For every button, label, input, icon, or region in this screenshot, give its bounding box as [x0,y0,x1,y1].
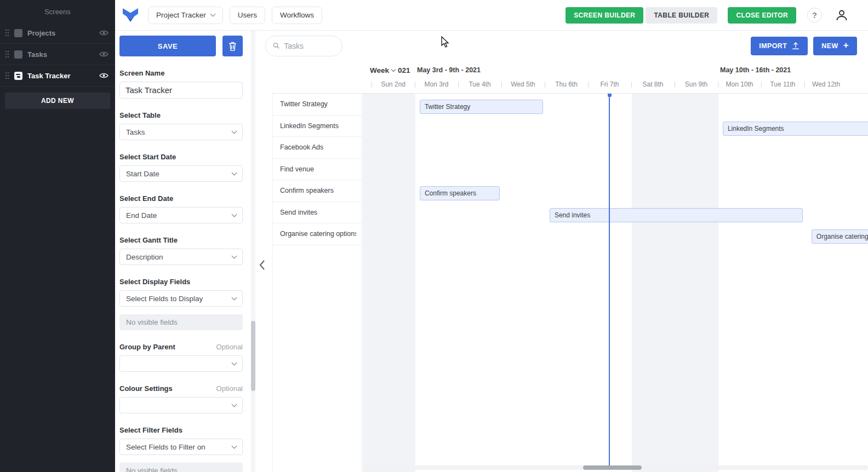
import-label: IMPORT [759,42,787,50]
app-root: Screens Projects [0,0,868,472]
gantt-bar-label: Confirm speakers [425,189,476,197]
screen-type-icon [14,72,22,80]
gantt-canvas: Twitter StrategyLinkedIn SegmentsConfirm… [363,94,868,472]
gantt-task-row[interactable]: Organise catering options [273,223,362,245]
start-date-dropdown[interactable]: Start Date [119,165,243,182]
day-label: Mon 10th [718,78,761,93]
gantt-bar[interactable]: Organise catering options [812,229,868,244]
gantt-task-row[interactable]: Send invites [273,202,362,224]
sidebar-item[interactable]: Tasks [0,44,115,65]
add-new-button[interactable]: ADD NEW [5,93,110,109]
optional-tag: Optional [216,343,243,351]
filter-fields-label: Select Filter Fields [119,427,243,434]
close-editor-button[interactable]: CLOSE EDITOR [728,7,796,24]
day-label: Tue 11th [761,78,804,93]
day-label: Sun 2nd [372,78,415,93]
user-avatar-icon[interactable] [835,9,848,22]
sidebar-item-list: Projects [0,22,115,87]
colour-label-text: Colour Settings [119,385,173,393]
gantt-bar[interactable]: Twitter Strategy [420,100,543,114]
field-gantt-title: Select Gantt Title Description [119,237,243,265]
help-button[interactable]: ? [807,8,822,22]
gantt-chart: Week 021 May 3rd - 9th - 2021May 10th - … [272,61,868,472]
settings-scrollbar[interactable] [251,31,255,472]
group-by-dropdown[interactable] [119,355,243,372]
day-label: Wed 5th [501,78,545,93]
sidebar-item[interactable]: Projects [0,22,115,44]
nav-users[interactable]: Users [230,7,265,24]
new-button[interactable]: NEW + [813,37,857,55]
gantt-task-row[interactable]: Confirm speakers [273,180,362,202]
drag-handle-icon[interactable] [5,72,9,79]
nav-workflows[interactable]: Workflows [272,7,322,24]
upload-icon [792,42,800,50]
eye-icon[interactable] [99,72,108,79]
app-logo-icon[interactable] [122,8,139,22]
sidebar-title: Screens [0,0,115,22]
gantt-title-dropdown[interactable]: Description [119,249,243,265]
end-date-label: Select End Date [119,195,243,203]
chevron-down-icon [232,211,237,217]
search-input[interactable] [284,42,335,50]
gantt-bar-label: Organise catering options [816,233,868,240]
save-button[interactable]: SAVE [119,36,216,56]
collapse-panel-button[interactable] [259,260,266,273]
week-group-label: May 10th - 16th - 2021 [720,66,791,74]
delete-screen-button[interactable] [222,36,243,56]
gantt-bar-label: Twitter Strategy [425,103,470,111]
topbar-right: SCREEN BUILDER TABLE BUILDER CLOSE EDITO… [566,7,848,24]
chevron-down-icon [232,128,237,134]
gantt-title-label: Select Gantt Title [119,237,243,244]
select-table-label: Select Table [119,112,243,119]
field-display-fields: Select Display Fields Select Fields to D… [119,278,243,330]
timeline-zoom-select[interactable]: Week 021 [370,66,410,74]
eye-icon[interactable] [99,51,108,57]
gantt-task-row[interactable]: Facebook Ads [273,137,362,159]
sidebar-item[interactable]: Task Tracker [0,65,115,87]
gantt-hscrollbar-thumb[interactable] [583,465,642,470]
display-fields-note: No visible fields [119,314,243,330]
gantt-bar[interactable]: LinkedIn Segments [723,122,868,136]
settings-scrollbar-thumb[interactable] [251,321,255,391]
gantt-task-row[interactable]: Twitter Strategy [273,94,362,116]
screens-sidebar: Screens Projects [0,0,115,472]
chevron-down-icon [232,253,237,258]
field-filter-fields: Select Filter Fields Select Fields to Fi… [119,427,243,472]
screen-name-input[interactable] [119,82,243,99]
gantt-bar[interactable]: Confirm speakers [420,186,500,200]
gantt-timeline-header: Week 021 May 3rd - 9th - 2021May 10th - … [362,61,868,93]
display-fields-value: Select Fields to Display [126,295,203,303]
chevron-down-icon [232,170,237,175]
chevron-left-icon [259,260,266,270]
gantt-bar[interactable]: Send invites [550,208,803,222]
day-label: Wed 12th [804,78,848,93]
screen-type-icon [14,29,22,37]
task-name: Find venue [280,165,314,173]
gantt-body: Twitter Strategy LinkedIn Segments Faceb… [272,94,868,472]
import-button[interactable]: IMPORT [751,37,808,55]
chevron-down-icon [232,360,237,365]
filter-fields-dropdown[interactable]: Select Fields to Filter on [119,439,243,455]
gantt-header: Week 021 May 3rd - 9th - 2021May 10th - … [272,61,868,94]
task-name: LinkedIn Segments [280,122,339,130]
gantt-hscrollbar[interactable] [363,465,868,470]
drag-handle-icon[interactable] [5,29,9,37]
field-group-by-parent: Group by Parent Optional [119,343,243,372]
project-selector[interactable]: Project Tracker [148,7,223,24]
gantt-day-labels: Sun 2nd Mon 3rd Tue 4th Wed 5th Thu 6th [372,78,848,93]
gantt-bar-label: Send invites [555,211,590,219]
weekend-shade [363,94,415,472]
eye-icon[interactable] [99,30,108,36]
gantt-task-row[interactable]: Find venue [273,159,362,181]
display-fields-dropdown[interactable]: Select Fields to Display [119,290,243,307]
colour-dropdown[interactable] [119,397,243,413]
table-builder-button[interactable]: TABLE BUILDER [646,7,717,24]
end-date-value: End Date [126,211,157,220]
end-date-dropdown[interactable]: End Date [119,207,243,223]
search-box[interactable] [265,36,342,56]
screen-builder-button[interactable]: SCREEN BUILDER [566,7,643,24]
select-table-dropdown[interactable]: Tasks [119,124,243,140]
day-label: Tue 4th [458,78,501,93]
drag-handle-icon[interactable] [5,50,9,58]
gantt-task-row[interactable]: LinkedIn Segments [273,116,362,137]
